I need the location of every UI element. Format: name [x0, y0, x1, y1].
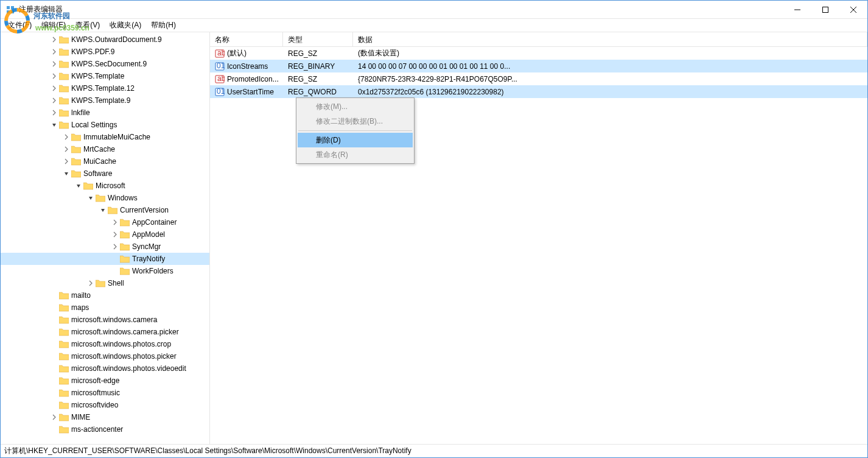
- context-menu: 修改(M)...修改二进制数据(B)...删除(D)重命名(R): [296, 97, 415, 164]
- menu-help[interactable]: 帮助(H): [147, 19, 180, 32]
- caret-closed-icon[interactable]: [61, 144, 71, 154]
- tree-item[interactable]: microsoft.windows.photos.crop: [1, 338, 209, 350]
- caret-closed-icon[interactable]: [49, 83, 59, 93]
- tree-item[interactable]: microsoft.windows.photos.videoedit: [1, 362, 209, 375]
- folder-icon: [59, 425, 69, 434]
- tree-item[interactable]: maps: [1, 301, 209, 314]
- tree-item-label: Shell: [108, 279, 124, 287]
- folder-icon: [59, 72, 69, 80]
- app-icon: [5, 5, 15, 15]
- caret-closed-icon[interactable]: [49, 47, 59, 57]
- tree-item[interactable]: WorkFolders: [1, 265, 209, 277]
- tree-item[interactable]: SyncMgr: [1, 241, 209, 253]
- values-pane[interactable]: 名称 类型 数据 ab(默认)REG_SZ(数值未设置)011IconStrea…: [210, 32, 867, 444]
- caret-open-icon[interactable]: [86, 193, 96, 203]
- tree-item[interactable]: microsoftmusic: [1, 387, 209, 399]
- value-row[interactable]: ab(默认)REG_SZ(数值未设置): [210, 47, 867, 60]
- tree-item[interactable]: KWPS.Template.12: [1, 82, 209, 94]
- caret-closed-icon[interactable]: [49, 35, 59, 44]
- tree-item[interactable]: microsoft.windows.camera: [1, 314, 209, 326]
- tree-item[interactable]: microsoft.windows.photos.picker: [1, 350, 209, 362]
- caret-closed-icon[interactable]: [49, 71, 59, 81]
- tree-item-label: KWPS.PDF.9: [71, 48, 114, 56]
- tree-item[interactable]: MIME: [1, 411, 209, 423]
- tree-item[interactable]: Software: [1, 167, 209, 180]
- tree-item-label: microsoftvideo: [71, 401, 118, 409]
- folder-icon: [59, 389, 69, 397]
- value-row[interactable]: 011IconStreamsREG_BINARY14 00 00 00 07 0…: [210, 60, 867, 72]
- tree-item-label: CurrentVersion: [120, 206, 169, 214]
- tree-item-label: MuiCache: [83, 157, 116, 166]
- tree-item[interactable]: microsoft.windows.camera.picker: [1, 326, 209, 338]
- context-menu-item[interactable]: 删除(D): [298, 133, 413, 147]
- tree-item[interactable]: KWPS.Template.9: [1, 94, 209, 107]
- col-name[interactable]: 名称: [210, 32, 283, 46]
- col-type[interactable]: 类型: [283, 32, 353, 46]
- caret-closed-icon[interactable]: [49, 108, 59, 118]
- tree-item[interactable]: KWPS.PDF.9: [1, 46, 209, 58]
- tree-item-label: microsoft.windows.photos.videoedit: [71, 364, 186, 373]
- tree-item[interactable]: Shell: [1, 277, 209, 289]
- caret-closed-icon[interactable]: [86, 278, 96, 288]
- tree-item[interactable]: microsoftvideo: [1, 399, 209, 411]
- folder-icon: [120, 218, 130, 227]
- tree-item[interactable]: Local Settings: [1, 119, 209, 131]
- caret-open-icon[interactable]: [74, 181, 83, 191]
- folder-icon: [59, 96, 69, 105]
- tree-item[interactable]: Windows: [1, 192, 209, 204]
- tree-item-label: KWPS.SecDocument.9: [71, 60, 147, 68]
- caret-open-icon[interactable]: [49, 120, 59, 130]
- window-controls: [783, 1, 867, 19]
- tree-item[interactable]: KWPS.SecDocument.9: [1, 58, 209, 70]
- caret-closed-icon[interactable]: [61, 157, 71, 166]
- caret-closed-icon[interactable]: [110, 217, 120, 227]
- tree-item[interactable]: KWPS.OutwardDocument.9: [1, 33, 209, 46]
- tree-item-label: MIME: [71, 413, 90, 421]
- tree-item[interactable]: AppContainer: [1, 216, 209, 228]
- svg-text:ab: ab: [217, 74, 225, 83]
- maximize-button[interactable]: [811, 1, 839, 19]
- value-row[interactable]: abPromotedIcon...REG_SZ{7820NR75-23R3-42…: [210, 72, 867, 85]
- menu-edit[interactable]: 编辑(E): [38, 19, 69, 32]
- tree-item[interactable]: MrtCache: [1, 143, 209, 155]
- tree-item[interactable]: MuiCache: [1, 155, 209, 167]
- menu-view[interactable]: 查看(V): [72, 19, 103, 32]
- caret-closed-icon[interactable]: [110, 230, 120, 239]
- tree-item[interactable]: AppModel: [1, 228, 209, 241]
- tree-pane[interactable]: KWPS.OutwardDocument.9KWPS.PDF.9KWPS.Sec…: [1, 32, 210, 444]
- folder-icon: [120, 255, 130, 263]
- close-button[interactable]: [839, 1, 867, 19]
- caret-closed-icon[interactable]: [61, 132, 71, 142]
- col-data[interactable]: 数据: [353, 32, 867, 46]
- menu-file[interactable]: 文件(F): [4, 19, 35, 32]
- tree-item[interactable]: TrayNotify: [1, 253, 209, 265]
- caret-none: [49, 303, 59, 312]
- binary-value-icon: 011: [215, 87, 225, 97]
- tree-item-label: Microsoft: [96, 181, 125, 190]
- folder-icon: [96, 194, 105, 202]
- caret-open-icon[interactable]: [61, 169, 71, 178]
- folder-icon: [71, 157, 81, 166]
- menu-favorites[interactable]: 收藏夹(A): [106, 19, 145, 32]
- value-type: REG_QWORD: [283, 88, 353, 96]
- tree-item[interactable]: mailto: [1, 289, 209, 301]
- tree-item[interactable]: lnkfile: [1, 107, 209, 119]
- caret-closed-icon[interactable]: [110, 242, 120, 252]
- caret-closed-icon[interactable]: [49, 59, 59, 69]
- tree-item[interactable]: microsoft-edge: [1, 375, 209, 387]
- minimize-button[interactable]: [783, 1, 811, 19]
- caret-closed-icon[interactable]: [49, 412, 59, 422]
- tree-item[interactable]: KWPS.Template: [1, 70, 209, 82]
- tree-item[interactable]: CurrentVersion: [1, 204, 209, 216]
- value-row[interactable]: 011UserStartTimeREG_QWORD0x1d275372f2c05…: [210, 85, 867, 98]
- value-data: {7820NR75-23R3-4229-82P1-R41PO67Q5O9P...: [353, 75, 867, 83]
- caret-closed-icon[interactable]: [49, 96, 59, 105]
- statusbar-path: 计算机\HKEY_CURRENT_USER\SOFTWARE\Classes\L…: [4, 446, 411, 456]
- folder-icon: [59, 315, 69, 324]
- tree-item[interactable]: ms-actioncenter: [1, 423, 209, 435]
- value-type: REG_BINARY: [283, 62, 353, 71]
- caret-open-icon[interactable]: [98, 205, 108, 215]
- tree-item[interactable]: ImmutableMuiCache: [1, 131, 209, 143]
- tree-item[interactable]: Microsoft: [1, 180, 209, 192]
- context-menu-item: 修改二进制数据(B)...: [298, 114, 413, 129]
